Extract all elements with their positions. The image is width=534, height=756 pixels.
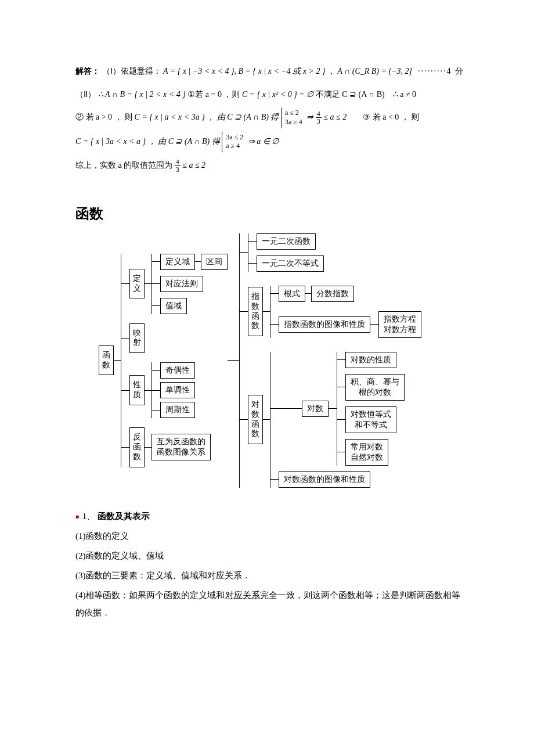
node-dshs-img: 对数函数的图像和性质 <box>279 471 370 488</box>
node-dingyi: 定义 <box>129 269 145 299</box>
node-ds-jsmg: 积、商、幂与根的对数 <box>345 374 405 401</box>
sol-p4-tail: ⇒ a ∈ ∅ <box>248 137 279 146</box>
node-yyec: 一元二次函数 <box>257 233 316 250</box>
node-fhs: 反函数 <box>129 427 145 467</box>
node-qj: 区间 <box>201 254 228 270</box>
n1-title: 函数及其表示 <box>98 512 150 521</box>
sol-p4-set: C = { x | 3a < x < a } ， 由 C ⊇ (A ∩ B) 得 <box>75 137 220 146</box>
sol-case2-set: C = { x | a < x < 3a } ， 由 C ⊇ (A ∩ B) 得 <box>135 113 279 121</box>
node-qox: 奇偶性 <box>160 362 195 379</box>
node-ds: 对数 <box>302 401 329 417</box>
node-yingshe: 映射 <box>129 323 145 354</box>
marker-icon: ■ <box>75 513 79 520</box>
node-fszs: 分数指数 <box>311 286 354 302</box>
sol-p1-sets: A = { x | −3 < x < 4 }, B = { x | x < −4… <box>163 67 412 75</box>
node-dyfz: 对应法则 <box>160 276 203 292</box>
node-eqbox: 指数方程对数方程 <box>378 311 421 338</box>
node-ds-cy: 常用对数自然对数 <box>345 439 388 466</box>
sol-case1-set: C = { x | x² < 0 } = ∅ <box>242 90 313 99</box>
node-yyebds: 一元二次不等式 <box>257 255 324 272</box>
node-dshs: 对数函数 <box>248 395 263 444</box>
sol-case2-label: ② 若 a > 0 ， 则 <box>75 113 132 121</box>
frac-d-2: 3 <box>175 166 181 173</box>
n1d-pre: (4)相等函数：如果两个函数的定义域和 <box>75 591 225 600</box>
sol-case1-label: ①若 a = 0 ，则 <box>187 90 240 99</box>
sol-p2-prefix: （Ⅱ） <box>75 90 96 99</box>
brace-bot: 3a ≥ 4 <box>285 118 302 126</box>
frac-d: 3 <box>316 118 322 125</box>
sol-p1-prefix: （Ⅰ）依题意得： <box>102 67 161 75</box>
sol-case2-brace: a ≤ 2 3a ≥ 4 <box>281 107 305 128</box>
n1c: (3)函数的三要素：定义域、值域和对应关系． <box>75 567 464 584</box>
n1d: (4)相等函数：如果两个函数的定义域和对应关系完全一致，则这两个函数相等；这是判… <box>75 586 464 621</box>
sol-p5-prefix: 综上，实数 a 的取值范围为 <box>75 161 172 170</box>
node-zshs: 指数函数 <box>248 287 263 336</box>
n1b: (2)函数的定义域、值域 <box>75 547 464 564</box>
node-ds-hds: 对数恒等式和不等式 <box>345 406 396 433</box>
node-zqx: 周期性 <box>160 402 195 418</box>
brace-top: a ≤ 2 <box>285 109 299 117</box>
section-title: 函数 <box>75 204 464 223</box>
solution-block: 解答： （Ⅰ）依题意得： A = { x | −3 < x < 4 }, B =… <box>75 62 464 175</box>
node-fhs-rel: 互为反函数的函数图像关系 <box>151 434 211 460</box>
node-ds-xq: 对数的性质 <box>345 352 396 368</box>
sol-p2-therefore: ∴ A ∩ B = { x | 2 < x < 4 } <box>98 90 186 99</box>
sol-case2-arrow: ⇒ <box>306 113 313 121</box>
node-zy: 值域 <box>160 298 187 314</box>
sol-case1-tail: 不满足 C ⊇ (A ∩ B) ∴ a ≠ 0 <box>316 90 416 99</box>
solution-label: 解答： <box>75 67 100 75</box>
node-xingzhi: 性质 <box>129 375 145 405</box>
sol-case2-frac: 43 <box>316 110 322 125</box>
sol-case3-label: ③ 若 a < 0 ， 则 <box>363 113 419 121</box>
node-zstx: 指数函数的图像和性质 <box>279 316 370 333</box>
brace-top-2: 3a ≤ 2 <box>226 133 243 141</box>
n1-num: 1、 <box>82 512 96 521</box>
sol-case2-tail: ≤ a ≤ 2 <box>323 113 347 121</box>
brace-bot-2: a ≥ 4 <box>226 142 240 150</box>
sol-p4-brace: 3a ≤ 2 a ≥ 4 <box>222 132 246 152</box>
n1d-ul: 对应关系 <box>225 591 260 600</box>
sol-p1-score: ·········4 分 <box>418 67 464 75</box>
concept-diagram: 函数 定义 定义域 区间 <box>99 233 464 488</box>
node-dyy: 定义域 <box>160 254 195 270</box>
node-ddx: 单调性 <box>160 382 195 398</box>
sol-p5-tail: ≤ a ≤ 2 <box>182 161 205 170</box>
n1a: (1)函数的定义 <box>75 527 464 545</box>
sol-p5-frac: 43 <box>175 159 181 173</box>
notes-block: ■ 1、 函数及其表示 (1)函数的定义 (2)函数的定义域、值域 (3)函数的… <box>75 507 464 621</box>
node-gs: 根式 <box>279 286 305 302</box>
node-root: 函数 <box>99 345 114 376</box>
